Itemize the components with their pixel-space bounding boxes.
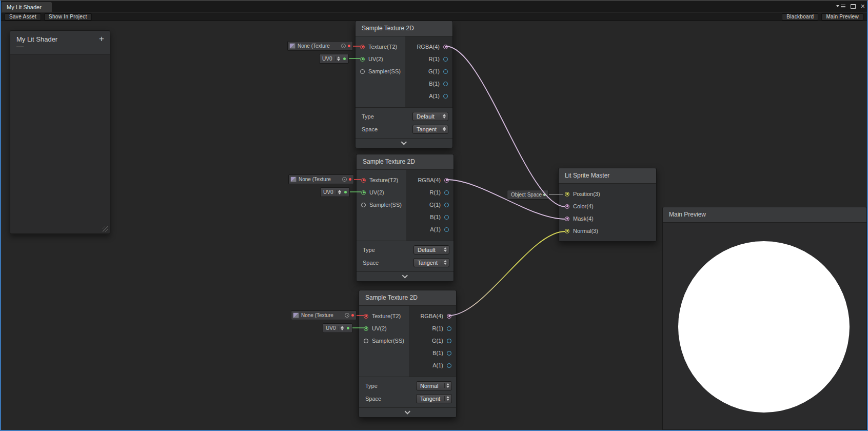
resize-grip-icon[interactable] bbox=[103, 226, 108, 232]
texture-field-value: None (Texture bbox=[298, 43, 339, 49]
position-space-value: Object Space bbox=[511, 192, 542, 198]
g-output-port[interactable] bbox=[443, 69, 448, 74]
uv-channel-dropdown[interactable]: UV0 bbox=[319, 54, 349, 64]
dropdown-arrows-icon bbox=[441, 127, 446, 131]
texture-object-field[interactable]: None (Texture bbox=[288, 174, 354, 184]
collapse-preview-button[interactable] bbox=[357, 271, 453, 281]
space-dropdown[interactable]: Tangent bbox=[416, 394, 452, 403]
add-property-button[interactable]: + bbox=[99, 34, 104, 44]
uv-input-port[interactable] bbox=[360, 57, 365, 62]
chevron-down-icon bbox=[402, 272, 407, 278]
texture-field-value: None (Texture bbox=[299, 177, 340, 182]
node-sample-texture-2d-1[interactable]: Sample Texture 2D Texture(T2) UV(2) Samp… bbox=[355, 21, 453, 148]
type-dropdown[interactable]: Default bbox=[412, 112, 448, 121]
g-output-port[interactable] bbox=[447, 339, 451, 343]
blackboard-toggle-button[interactable]: Blackboard bbox=[782, 13, 818, 21]
position-input-port[interactable] bbox=[565, 192, 569, 197]
uv-channel-value: UV0 bbox=[322, 56, 332, 62]
uv-channel-dropdown[interactable]: UV0 bbox=[320, 187, 350, 197]
window-menu-icon[interactable] bbox=[836, 5, 845, 7]
blackboard-header[interactable]: My Lit Shader + bbox=[10, 31, 110, 54]
port-label: A(1) bbox=[432, 362, 443, 368]
object-picker-icon[interactable] bbox=[341, 44, 346, 48]
rgba-output-port[interactable] bbox=[444, 178, 449, 183]
main-preview-toggle-button[interactable]: Main Preview bbox=[821, 13, 863, 21]
window-titlebar[interactable]: My Lit Shader × bbox=[0, 0, 868, 12]
uv-channel-value: UV0 bbox=[326, 325, 336, 331]
close-icon[interactable]: × bbox=[861, 3, 865, 10]
edge-tex1-rgba-to-color[interactable] bbox=[446, 46, 565, 207]
rgba-output-port[interactable] bbox=[447, 314, 451, 319]
texture-input-port[interactable] bbox=[360, 45, 365, 49]
node-header[interactable]: Sample Texture 2D bbox=[357, 154, 453, 170]
node-sample-texture-2d-2[interactable]: Sample Texture 2D Texture(T2) UV(2) Samp… bbox=[356, 154, 454, 282]
r-output-port[interactable] bbox=[443, 57, 448, 62]
texture-input-port[interactable] bbox=[364, 314, 368, 319]
object-picker-icon[interactable] bbox=[345, 313, 349, 318]
port-label: A(1) bbox=[430, 226, 441, 232]
node-sample-texture-2d-3[interactable]: Sample Texture 2D Texture(T2) UV(2) Samp… bbox=[359, 290, 457, 418]
color-input-port[interactable] bbox=[565, 204, 569, 209]
texture-input-port[interactable] bbox=[361, 178, 366, 183]
object-picker-icon[interactable] bbox=[342, 177, 347, 182]
uv-input-port[interactable] bbox=[364, 326, 368, 331]
space-label: Space bbox=[362, 126, 378, 132]
a-output-port[interactable] bbox=[444, 227, 449, 232]
sampler-input-port[interactable] bbox=[364, 339, 368, 343]
tab-my-lit-shader[interactable]: My Lit Shader bbox=[1, 2, 52, 12]
sampler-input-port[interactable] bbox=[360, 69, 365, 74]
main-preview-panel[interactable]: Main Preview bbox=[662, 207, 867, 430]
texture-object-field[interactable]: None (Texture bbox=[287, 41, 353, 51]
space-dropdown[interactable]: Tangent bbox=[413, 258, 449, 267]
blackboard-panel[interactable]: My Lit Shader + bbox=[10, 30, 110, 234]
space-dropdown[interactable]: Tangent bbox=[412, 125, 448, 134]
maximize-icon[interactable] bbox=[851, 4, 856, 9]
sampler-input-port[interactable] bbox=[361, 203, 366, 207]
main-preview-viewport[interactable] bbox=[663, 223, 866, 429]
node-output-ports: RGBA(4) R(1) G(1) B(1) A(1) bbox=[405, 36, 452, 107]
texture-connector-dot bbox=[348, 45, 350, 47]
b-output-port[interactable] bbox=[443, 82, 448, 86]
node-header[interactable]: Sample Texture 2D bbox=[356, 21, 452, 36]
node-header[interactable]: Lit Sprite Master bbox=[559, 168, 656, 184]
a-output-port[interactable] bbox=[447, 363, 451, 368]
r-output-port[interactable] bbox=[447, 326, 451, 331]
type-dropdown[interactable]: Default bbox=[413, 245, 449, 254]
type-label: Type bbox=[362, 113, 374, 120]
b-output-port[interactable] bbox=[444, 215, 449, 220]
node-controls: Type Default Space Tangent bbox=[357, 241, 453, 271]
port-label: RGBA(4) bbox=[418, 177, 441, 183]
port-label: G(1) bbox=[428, 68, 440, 74]
node-input-ports: Texture(T2) UV(2) Sampler(SS) bbox=[357, 170, 406, 241]
port-label: Texture(T2) bbox=[368, 44, 397, 50]
show-in-project-button[interactable]: Show In Project bbox=[44, 13, 92, 21]
b-output-port[interactable] bbox=[447, 351, 451, 356]
space-label: Space bbox=[365, 396, 381, 402]
uv-connector-dot bbox=[343, 57, 346, 60]
node-input-ports: Position(3) Color(4) Mask(4) Normal(3) bbox=[559, 184, 656, 241]
normal-input-port[interactable] bbox=[565, 229, 569, 233]
rgba-output-port[interactable] bbox=[443, 45, 448, 49]
node-header[interactable]: Sample Texture 2D bbox=[359, 290, 456, 306]
r-output-port[interactable] bbox=[444, 190, 449, 195]
node-title: Sample Texture 2D bbox=[363, 158, 415, 165]
texture-object-field[interactable]: None (Texture bbox=[291, 310, 357, 320]
collapse-preview-button[interactable] bbox=[359, 407, 456, 417]
main-preview-header[interactable]: Main Preview bbox=[663, 207, 866, 223]
collapse-preview-button[interactable] bbox=[356, 138, 452, 148]
edge-tex3-rgba-to-normal[interactable] bbox=[449, 231, 565, 316]
type-dropdown[interactable]: Normal bbox=[416, 381, 452, 390]
g-output-port[interactable] bbox=[444, 203, 449, 207]
node-lit-sprite-master[interactable]: Lit Sprite Master Position(3) Color(4) M… bbox=[558, 168, 657, 242]
port-label: B(1) bbox=[432, 350, 443, 356]
position-space-badge[interactable]: Object Space bbox=[507, 190, 549, 200]
port-label: A(1) bbox=[429, 93, 440, 99]
node-title: Sample Texture 2D bbox=[362, 25, 414, 32]
uv-channel-dropdown[interactable]: UV0 bbox=[323, 323, 352, 333]
a-output-port[interactable] bbox=[443, 94, 448, 99]
mask-input-port[interactable] bbox=[565, 217, 569, 221]
save-asset-button[interactable]: Save Asset bbox=[5, 13, 41, 21]
port-label: R(1) bbox=[430, 189, 441, 195]
uv-input-port[interactable] bbox=[361, 190, 366, 195]
texture-connector-dot bbox=[351, 314, 354, 317]
